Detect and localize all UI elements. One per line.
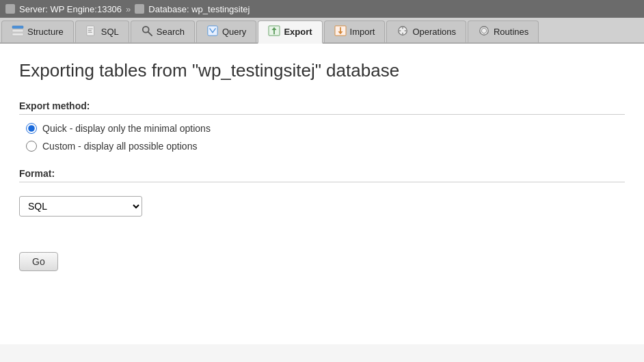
tab-routines[interactable]: Routines [468, 20, 539, 42]
import-icon [334, 25, 347, 38]
svg-rect-0 [12, 26, 23, 29]
query-icon [206, 25, 219, 38]
server-icon [5, 4, 15, 14]
tab-label-sql: SQL [101, 27, 119, 37]
svg-line-8 [148, 32, 152, 36]
tab-label-import: Import [350, 27, 375, 37]
svg-rect-9 [208, 26, 217, 36]
radio-label-custom[interactable]: Custom - display all possible options [26, 141, 625, 152]
radio-quick[interactable] [26, 123, 37, 134]
radio-label-quick[interactable]: Quick - display only the minimal options [26, 123, 625, 134]
tab-import[interactable]: Import [324, 20, 386, 42]
database-icon [135, 4, 144, 14]
tab-label-operations: Operations [412, 27, 456, 37]
svg-rect-4 [88, 28, 92, 29]
svg-rect-5 [88, 30, 91, 31]
tab-structure[interactable]: Structure [1, 20, 74, 42]
export-method-section: Export method: Quick - display only the … [19, 100, 625, 152]
table-icon [12, 25, 24, 38]
radio-custom[interactable] [26, 141, 37, 152]
radio-text-custom: Custom - display all possible options [42, 141, 197, 152]
export-icon [268, 25, 280, 38]
tab-export[interactable]: Export [258, 20, 322, 44]
tab-label-query: Query [222, 27, 246, 37]
sql-icon [85, 25, 98, 38]
export-method-radio-group: Quick - display only the minimal options… [19, 123, 625, 152]
svg-rect-2 [12, 33, 23, 36]
svg-rect-6 [88, 32, 92, 33]
main-content: Exporting tables from "wp_testingsitej" … [0, 44, 644, 344]
tab-search[interactable]: Search [131, 20, 195, 42]
radio-text-quick: Quick - display only the minimal options [42, 123, 211, 134]
tab-label-search: Search [157, 27, 185, 37]
routines-icon [478, 25, 490, 38]
tab-label-export: Export [284, 27, 312, 37]
separator: » [126, 4, 131, 14]
tab-label-routines: Routines [494, 27, 528, 37]
svg-rect-1 [12, 29, 23, 32]
server-label: Server: WP Engine:13306 [19, 4, 122, 14]
operations-icon [397, 25, 409, 38]
format-section: Format: SQLCSVJSONXMLPDF [19, 168, 625, 217]
tab-query[interactable]: Query [196, 20, 256, 42]
tab-sql[interactable]: SQL [75, 20, 129, 42]
titlebar: Server: WP Engine:13306 » Database: wp_t… [0, 0, 644, 18]
database-label: Database: wp_testingsitej [148, 4, 250, 14]
format-select[interactable]: SQLCSVJSONXMLPDF [19, 196, 142, 217]
tabbar: StructureSQLSearchQueryExportImportOpera… [0, 18, 644, 44]
format-header: Format: [19, 168, 625, 182]
page-title: Exporting tables from "wp_testingsitej" … [19, 60, 625, 81]
tab-operations[interactable]: Operations [386, 20, 466, 42]
go-button[interactable]: Go [19, 252, 58, 271]
export-method-header: Export method: [19, 100, 625, 115]
tab-label-structure: Structure [27, 27, 64, 37]
search-icon [141, 25, 153, 38]
